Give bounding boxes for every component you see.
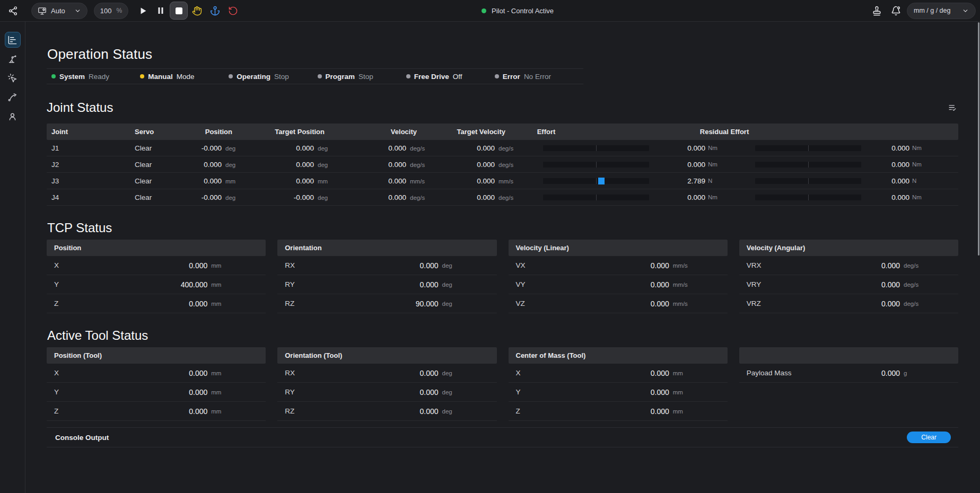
status-dot-icon bbox=[229, 74, 233, 78]
status-item: Free Drive Off bbox=[406, 73, 495, 81]
panel-title bbox=[739, 347, 958, 364]
value-cell: 0.000deg/s bbox=[338, 144, 431, 152]
panel-row-value: 90.000 bbox=[294, 300, 438, 308]
effort-cell: 0.000Nm bbox=[519, 193, 728, 201]
sidebar-item-robot[interactable] bbox=[5, 51, 21, 67]
mode-select[interactable]: Auto bbox=[31, 3, 88, 19]
status-dot-icon bbox=[406, 74, 410, 78]
status-dot-icon bbox=[51, 74, 56, 78]
value-cell: 0.000deg bbox=[246, 144, 338, 152]
effort-bar-center-tick bbox=[808, 145, 809, 151]
servo-state: Clear bbox=[133, 144, 180, 152]
status-item: System Ready bbox=[51, 73, 140, 81]
effort-bar-center-tick bbox=[808, 178, 809, 184]
effort-bar bbox=[543, 162, 649, 168]
status-panel: Orientation RX 0.000 deg RY 0.000 deg RZ… bbox=[277, 240, 496, 313]
main-content: Operation Status System Ready Manual Mod… bbox=[25, 22, 980, 493]
monitor-gear-icon bbox=[38, 6, 47, 15]
scrollbar[interactable] bbox=[978, 22, 979, 256]
effort-bar-center-tick bbox=[596, 195, 597, 200]
effort-bar bbox=[755, 162, 861, 168]
app-logo-icon bbox=[0, 6, 25, 16]
status-panel: Position (Tool) X 0.000 mm Y 0.000 mm Z … bbox=[47, 347, 266, 421]
sidebar-item-path[interactable] bbox=[5, 89, 21, 105]
residual-effort-cell: 0.000Nm bbox=[728, 161, 958, 169]
value-cell: -0.000deg bbox=[180, 193, 246, 201]
panel-row-value: 0.000 bbox=[520, 407, 669, 416]
panel-title: Velocity (Linear) bbox=[509, 240, 728, 256]
clear-console-button[interactable]: Clear bbox=[907, 432, 951, 443]
zoom-value: 100 bbox=[100, 7, 112, 15]
col-effort: Effort bbox=[537, 124, 556, 140]
panel-row-unit: mm bbox=[207, 389, 258, 395]
mode-select-value: Auto bbox=[51, 7, 70, 15]
joint-name: J2 bbox=[47, 161, 133, 169]
panel-row-unit: mm bbox=[207, 408, 258, 415]
panel-row-unit: g bbox=[900, 370, 951, 376]
panel-row-label: Y bbox=[54, 280, 59, 288]
status-panel: Position X 0.000 mm Y 400.000 mm Z 0.000… bbox=[47, 240, 266, 313]
joint-table-header: JointServoPositionTarget PositionVelocit… bbox=[47, 124, 958, 140]
console-output-title: Console Output bbox=[55, 434, 109, 442]
pause-icon bbox=[156, 6, 165, 15]
anchor-button[interactable] bbox=[206, 2, 224, 20]
panel-row-unit: mm/s bbox=[669, 301, 720, 307]
sidebar-item-user[interactable] bbox=[5, 108, 21, 124]
panel-row-value: 0.000 bbox=[58, 407, 207, 416]
tcp-status-title: TCP Status bbox=[47, 219, 958, 236]
notifications-button[interactable] bbox=[888, 2, 904, 20]
teach-pendant-button[interactable] bbox=[869, 2, 885, 20]
residual-effort-cell: 0.000Nm bbox=[728, 144, 958, 152]
chevron-down-icon bbox=[74, 7, 81, 14]
tcp-status-panels: Position X 0.000 mm Y 400.000 mm Z 0.000… bbox=[47, 240, 958, 313]
value-cell: 0.000mm/s bbox=[431, 177, 519, 185]
panel-row-label: RX bbox=[285, 261, 295, 269]
col-residual-effort: Residual Effort bbox=[700, 124, 749, 140]
zoom-control[interactable]: 100 % bbox=[94, 3, 128, 19]
units-select-value: mm / g / deg bbox=[914, 7, 950, 14]
stamp-icon bbox=[872, 6, 882, 16]
status-dot-icon bbox=[140, 74, 144, 78]
status-item: Operating Stop bbox=[229, 73, 317, 81]
status-item: Error No Error bbox=[495, 73, 583, 81]
status-dot-icon bbox=[495, 74, 499, 78]
panel-row-value: 0.000 bbox=[295, 388, 439, 397]
reset-rotate-button[interactable] bbox=[224, 2, 242, 20]
value-cell: 0.000mm bbox=[180, 177, 246, 185]
panel-row-label: X bbox=[54, 261, 59, 269]
panel-row: VY 0.000 mm/s bbox=[509, 275, 728, 294]
sidebar-item-jog[interactable] bbox=[5, 70, 21, 86]
units-select[interactable]: mm / g / deg bbox=[907, 3, 976, 19]
sidebar-item-status[interactable] bbox=[5, 32, 21, 48]
panel-row: X 0.000 mm bbox=[47, 364, 266, 383]
play-button[interactable] bbox=[134, 2, 152, 20]
panel-row: RZ 90.000 deg bbox=[277, 294, 496, 313]
panel-row-value: 0.000 bbox=[294, 407, 438, 416]
status-item-label: System bbox=[59, 73, 85, 81]
panel-row-label: RX bbox=[285, 369, 295, 377]
pause-button[interactable] bbox=[152, 2, 170, 20]
col-header: Position bbox=[180, 128, 246, 136]
status-item-value: Stop bbox=[274, 73, 289, 81]
panel-row-label: Z bbox=[516, 407, 520, 415]
status-item-label: Manual bbox=[148, 73, 173, 81]
panel-row: Y 0.000 mm bbox=[509, 383, 728, 402]
joint-list-options-button[interactable] bbox=[946, 101, 959, 115]
freedrive-hand-button[interactable] bbox=[188, 2, 206, 20]
servo-state: Clear bbox=[133, 193, 180, 201]
effort-bar bbox=[543, 145, 649, 151]
stop-button[interactable] bbox=[170, 2, 188, 20]
topbar: Auto 100 % Pilot - Control Active bbox=[0, 0, 980, 22]
pilot-status: Pilot - Control Active bbox=[482, 0, 554, 21]
panel-row-label: VRZ bbox=[747, 300, 761, 307]
operation-status-row: System Ready Manual Mode Operating Stop … bbox=[47, 68, 583, 84]
panel-row: Y 0.000 mm bbox=[47, 383, 266, 402]
value-cell: 0.000mm bbox=[246, 177, 338, 185]
panel-row-unit: deg/s bbox=[900, 301, 951, 307]
panel-row-label: VY bbox=[516, 280, 526, 288]
value-cell: 0.000deg bbox=[180, 161, 246, 169]
panel-row-unit: mm bbox=[669, 408, 720, 415]
panel-row-unit: mm/s bbox=[669, 281, 720, 288]
status-item-value: Mode bbox=[177, 73, 195, 81]
panel-row: X 0.000 mm bbox=[47, 256, 266, 275]
